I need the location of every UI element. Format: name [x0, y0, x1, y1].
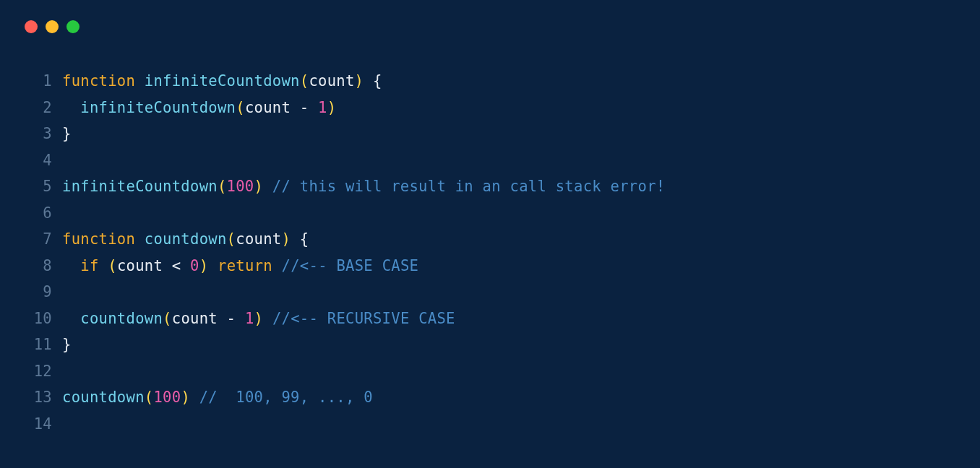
code-token: - — [300, 99, 309, 116]
code-token: ( — [300, 72, 309, 90]
code-token: } — [62, 125, 72, 142]
code-token: ( — [227, 230, 236, 248]
line-number: 9 — [29, 279, 62, 306]
code-token: infiniteCountdown — [80, 99, 236, 116]
code-token — [263, 310, 272, 327]
code-token: { — [300, 230, 309, 248]
code-token: 1 — [245, 310, 254, 327]
maximize-icon[interactable] — [66, 20, 79, 33]
line-content: function countdown(count) { — [62, 226, 309, 253]
code-token — [364, 72, 373, 90]
code-token: } — [62, 336, 72, 353]
code-token: ) — [199, 257, 209, 274]
code-token: ) — [327, 99, 337, 116]
line-content: countdown(count - 1) //<-- RECURSIVE CAS… — [62, 306, 455, 332]
code-token: 100 — [227, 178, 254, 195]
code-line[interactable]: 6 — [29, 200, 980, 227]
code-line[interactable]: 14 — [29, 411, 980, 438]
code-token: //<-- BASE CASE — [282, 257, 419, 274]
line-number: 2 — [29, 95, 62, 121]
code-token — [99, 257, 108, 274]
code-token — [218, 310, 227, 327]
line-number: 7 — [29, 226, 62, 253]
code-line[interactable]: 3} — [29, 121, 980, 147]
code-token: ) — [254, 178, 264, 195]
code-line[interactable]: 1function infiniteCountdown(count) { — [29, 68, 980, 95]
line-number: 5 — [29, 173, 62, 200]
code-token — [135, 230, 145, 248]
code-token: ( — [236, 99, 245, 116]
code-token: return — [218, 257, 272, 274]
code-token — [263, 178, 272, 195]
line-content: infiniteCountdown(100) // this will resu… — [62, 173, 665, 200]
code-line[interactable]: 4 — [29, 147, 980, 174]
code-token — [62, 310, 80, 327]
code-token: countdown — [145, 230, 227, 248]
code-token: { — [373, 72, 382, 90]
code-line[interactable]: 13countdown(100) // 100, 99, ..., 0 — [29, 384, 980, 411]
code-token: count — [245, 99, 291, 116]
code-token — [208, 257, 218, 274]
minimize-icon[interactable] — [46, 20, 59, 33]
code-line[interactable]: 10 countdown(count - 1) //<-- RECURSIVE … — [29, 306, 980, 332]
code-line[interactable]: 9 — [29, 279, 980, 306]
line-content: countdown(100) // 100, 99, ..., 0 — [62, 384, 373, 411]
code-editor[interactable]: 1function infiniteCountdown(count) {2 in… — [0, 33, 980, 437]
code-line[interactable]: 11} — [29, 332, 980, 358]
code-token: ( — [163, 310, 172, 327]
code-token: 0 — [190, 257, 199, 274]
code-token — [309, 99, 318, 116]
code-token: ) — [281, 230, 291, 248]
code-token: < — [172, 257, 181, 274]
code-token: infiniteCountdown — [145, 72, 300, 90]
line-number: 11 — [29, 332, 62, 358]
code-token: ( — [218, 178, 227, 195]
line-number: 1 — [29, 68, 62, 95]
code-token: function — [62, 230, 135, 248]
code-token: if — [80, 257, 98, 274]
code-token: //<-- RECURSIVE CASE — [272, 310, 455, 327]
code-token: count — [117, 257, 163, 274]
code-token: // this will result in an call stack err… — [272, 178, 666, 195]
code-token — [190, 389, 199, 406]
code-token: ( — [145, 389, 154, 406]
code-token: countdown — [62, 389, 145, 406]
code-token — [291, 230, 300, 248]
line-number: 8 — [29, 253, 62, 280]
code-token — [163, 257, 172, 274]
code-token: ( — [108, 257, 117, 274]
code-token: ) — [355, 72, 364, 90]
code-token: - — [227, 310, 236, 327]
code-token — [291, 99, 300, 116]
line-number: 10 — [29, 306, 62, 332]
line-number: 6 — [29, 200, 62, 227]
code-token: countdown — [80, 310, 163, 327]
line-content: function infiniteCountdown(count) { — [62, 68, 382, 95]
code-token: function — [62, 72, 135, 90]
code-token: count — [309, 72, 354, 90]
code-line[interactable]: 12 — [29, 358, 980, 385]
code-token — [236, 310, 245, 327]
code-token: infiniteCountdown — [62, 178, 218, 195]
code-line[interactable]: 5infiniteCountdown(100) // this will res… — [29, 173, 980, 200]
line-content: infiniteCountdown(count - 1) — [62, 95, 336, 121]
code-token — [62, 99, 80, 116]
code-line[interactable]: 7function countdown(count) { — [29, 226, 980, 253]
code-token — [62, 257, 80, 274]
code-token: ) — [181, 389, 190, 406]
code-token: count — [172, 310, 218, 327]
code-token: ) — [254, 310, 264, 327]
line-number: 3 — [29, 121, 62, 147]
line-number: 13 — [29, 384, 62, 411]
code-token: 100 — [153, 389, 181, 406]
line-number: 4 — [29, 147, 62, 174]
line-content: } — [62, 332, 72, 358]
code-line[interactable]: 2 infiniteCountdown(count - 1) — [29, 95, 980, 121]
code-token — [181, 257, 190, 274]
code-line[interactable]: 8 if (count < 0) return //<-- BASE CASE — [29, 253, 980, 280]
line-content: if (count < 0) return //<-- BASE CASE — [62, 253, 418, 280]
line-content: } — [62, 121, 72, 147]
code-token — [272, 257, 282, 274]
window-controls — [0, 0, 980, 33]
close-icon[interactable] — [25, 20, 38, 33]
